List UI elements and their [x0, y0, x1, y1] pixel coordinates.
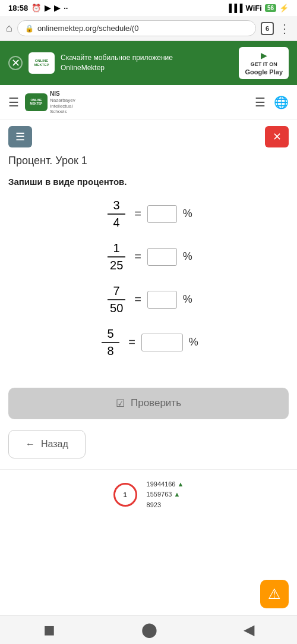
fraction-row-2: 1 25 = %	[8, 241, 289, 272]
denominator-4: 8	[102, 343, 119, 358]
banner-text: Скачайте мобильное приложение OnlineMekt…	[61, 53, 233, 73]
percent-3: %	[183, 293, 192, 306]
fraction-4: 5 8	[99, 327, 122, 358]
check-button-wrapper: ☑ Проверить	[0, 382, 297, 425]
status-indicators: ▐▐▐ WiFi 56 ⚡	[226, 4, 289, 12]
check-icon: ☑	[116, 397, 125, 410]
check-button[interactable]: ☑ Проверить	[8, 388, 289, 419]
app-banner: ✕ ONLINE MEKTEP Скачайте мобильное прило…	[0, 41, 297, 85]
home-icon[interactable]: ⌂	[6, 22, 12, 34]
banner-line2: OnlineMektep	[61, 64, 105, 72]
google-play-button[interactable]: ▶ GET IT ON Google Play	[239, 47, 289, 79]
percent-1: %	[183, 208, 192, 220]
url-text: onlinemektep.org/schedule/(0	[37, 24, 139, 33]
banner-logo-line1: ONLINE	[35, 59, 49, 63]
back-button[interactable]: ← Назад	[8, 430, 86, 458]
equals-3: =	[134, 293, 141, 306]
charging-icon: ⚡	[279, 4, 289, 12]
nis-logo: NIS Nazarbayev Intellectual Schools	[50, 90, 75, 115]
warning-fab[interactable]: ⚠	[260, 580, 289, 608]
banner-close-button[interactable]: ✕	[8, 56, 23, 70]
browser-bar: ⌂ 🔒 onlinemektep.org/schedule/(0 6 ⋮	[0, 16, 297, 41]
nav-back-button[interactable]: ◀	[244, 621, 254, 638]
list-view-icon[interactable]: ☰	[255, 95, 266, 109]
fraction-row-1: 3 4 = %	[8, 199, 289, 230]
toolbar-row: ☰ ✕	[0, 120, 297, 153]
numerator-4: 5	[102, 327, 119, 343]
equals-1: =	[134, 207, 141, 221]
stat-line3: 8923	[147, 500, 184, 511]
footer-stats: 1 19944166 ▲ 1559763 ▲ 8923	[0, 469, 297, 520]
nav-square-button[interactable]: ◼	[43, 621, 55, 638]
battery-indicator: 56	[265, 4, 276, 12]
globe-icon[interactable]: 🌐	[274, 95, 289, 109]
nis-line1: NIS	[50, 90, 75, 98]
sidebar-toggle-button[interactable]: ☰	[8, 126, 32, 147]
back-button-wrapper: ← Назад	[0, 425, 297, 463]
time-display: 18:58	[8, 4, 28, 12]
back-label: Назад	[41, 439, 68, 450]
exercise-instruction: Запиши в виде процентов.	[8, 177, 289, 187]
more-icon: ··	[64, 4, 68, 12]
status-time: 18:58 ⏰ ▶ ▶ ··	[8, 4, 68, 12]
status-bar: 18:58 ⏰ ▶ ▶ ·· ▐▐▐ WiFi 56 ⚡	[0, 0, 297, 16]
banner-line1: Скачайте мобильное приложение	[61, 54, 173, 62]
equals-4: =	[128, 335, 135, 349]
stat3-value: 8923	[147, 501, 161, 508]
nis-line4: Schools	[50, 109, 75, 115]
alarm-icon: ⏰	[31, 4, 41, 12]
logo-box: ONLINE MEKTEP	[25, 93, 48, 111]
check-label: Проверить	[131, 397, 181, 409]
nav-left: ☰ ONLINE MEKTEP NIS Nazarbayev Intellect…	[8, 90, 75, 115]
stat2-arrow: ▲	[173, 491, 180, 498]
lock-icon: 🔒	[25, 24, 34, 33]
stat-line2: 1559763 ▲	[147, 489, 184, 500]
site-navigation: ☰ ONLINE MEKTEP NIS Nazarbayev Intellect…	[0, 85, 297, 120]
signal-icon: ▐▐▐	[226, 4, 243, 12]
back-arrow-icon: ←	[26, 439, 35, 450]
bottom-navigation: ◼ ⬤ ◀	[0, 615, 297, 644]
stat1-value: 19944166	[147, 480, 176, 488]
menu-dots-icon[interactable]: ⋮	[279, 21, 291, 36]
nav-hamburger-icon[interactable]: ☰	[8, 95, 19, 109]
answer-input-2[interactable]	[147, 248, 177, 266]
nav-home-button[interactable]: ⬤	[141, 621, 157, 638]
exercise-area: Запиши в виде процентов. 3 4 = % 1 25 = …	[0, 177, 297, 382]
fraction-row-3: 7 50 = %	[8, 284, 289, 315]
video-icon: ▶	[45, 4, 50, 12]
main-content: ☰ ✕ Процент. Урок 1 Запиши в виде процен…	[0, 120, 297, 520]
fraction-1: 3 4	[105, 199, 128, 230]
numerator-2: 1	[108, 241, 125, 257]
percent-2: %	[183, 250, 192, 263]
stat1-arrow: ▲	[178, 480, 184, 488]
wifi-icon: WiFi	[246, 4, 262, 12]
fraction-row-4: 5 8 = %	[8, 327, 289, 358]
nav-right: ☰ 🌐	[255, 95, 289, 109]
stats-display: 19944166 ▲ 1559763 ▲ 8923	[147, 479, 184, 511]
numerator-1: 3	[108, 199, 125, 215]
site-logo: ONLINE MEKTEP NIS Nazarbayev Intellectua…	[25, 90, 75, 115]
percent-4: %	[189, 336, 198, 348]
fraction-2: 1 25	[105, 241, 128, 272]
numerator-3: 7	[108, 284, 125, 300]
answer-input-4[interactable]	[141, 334, 183, 351]
equals-2: =	[134, 250, 141, 263]
nis-line3: Intellectual	[50, 103, 75, 109]
lesson-title: Процент. Урок 1	[0, 153, 297, 177]
answer-input-3[interactable]	[147, 291, 177, 309]
tab-count[interactable]: 6	[261, 22, 274, 35]
nis-line2: Nazarbayev	[50, 98, 75, 103]
banner-logo: ONLINE MEKTEP	[29, 52, 55, 74]
denominator-1: 4	[108, 215, 125, 230]
video2-icon: ▶	[54, 4, 60, 12]
close-button[interactable]: ✕	[265, 126, 289, 147]
play-store-icon: ▶	[261, 51, 267, 60]
user-circle: 1	[113, 483, 137, 507]
google-play-text: Google Play	[245, 68, 283, 76]
stat2-value: 1559763	[147, 491, 172, 498]
user-number: 1	[123, 491, 127, 498]
denominator-2: 25	[108, 257, 125, 272]
denominator-3: 50	[108, 300, 125, 315]
address-bar[interactable]: 🔒 onlinemektep.org/schedule/(0	[17, 20, 256, 36]
answer-input-1[interactable]	[147, 205, 177, 223]
